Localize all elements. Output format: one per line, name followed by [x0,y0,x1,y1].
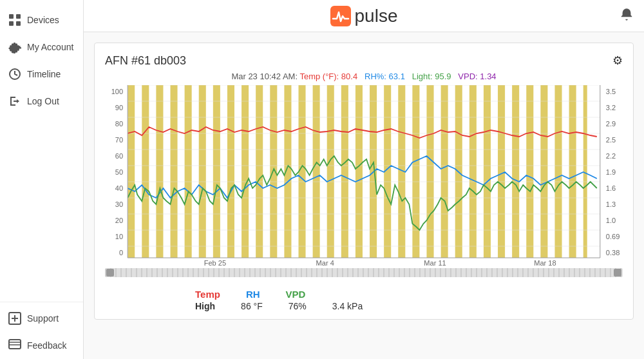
svg-rect-57 [441,85,448,258]
tooltip-temp-value: 80.4 [341,72,357,81]
svg-rect-0 [9,14,14,19]
svg-rect-45 [270,85,277,258]
tooltip-rh-value: 63.1 [389,72,405,81]
chart-card: AFN #61 db003 ⚙ Mar 23 10:42 AM: Temp (°… [94,43,634,320]
tooltip-vpd-label: VPD: [458,72,477,81]
chart-settings-button[interactable]: ⚙ [612,53,623,68]
svg-text:Mar 11: Mar 11 [424,259,446,266]
stat-header-vpd: VPD [286,289,306,300]
tooltip-rh-label: RH%: [365,72,386,81]
chat-box-icon [8,338,22,353]
chart-title: AFN #61 db003 [105,54,186,68]
chart-tooltip: Mar 23 10:42 AM: Temp (°F): 80.4 RH%: 63… [105,72,623,81]
stat-vpd-high: 3.4 kPa [332,301,363,311]
svg-rect-42 [227,85,234,258]
svg-rect-63 [526,85,533,258]
svg-text:20: 20 [115,217,123,224]
sidebar-label-devices: Devices [27,15,59,25]
chart-svg: 100 90 80 70 60 50 40 30 20 10 0 3.5 3.2… [105,85,623,266]
svg-rect-40 [199,85,206,258]
svg-text:70: 70 [115,136,123,144]
header: pulse [84,0,644,32]
svg-rect-38 [171,85,178,258]
svg-text:0: 0 [119,249,123,257]
svg-text:Mar 18: Mar 18 [534,259,556,266]
svg-rect-48 [313,85,320,258]
svg-rect-3 [16,21,21,26]
pulse-logo-icon [330,6,351,26]
sidebar-label-support: Support [27,313,59,324]
main-area: pulse AFN #61 db003 ⚙ Mar 23 10:42 AM: T… [84,0,644,359]
stat-col-temp: Temp [195,289,220,300]
svg-rect-44 [256,85,263,258]
stat-label-high: High [195,301,215,311]
stat-col-vpd: VPD [286,289,306,300]
svg-rect-1 [16,14,21,19]
tooltip-date: Mar 23 10:42 AM: [231,72,298,81]
svg-rect-66 [569,85,576,258]
tooltip-light-value: 95.9 [435,72,451,81]
svg-rect-50 [341,85,348,258]
svg-rect-65 [554,85,562,258]
svg-rect-67 [583,85,587,258]
logout-icon [8,94,22,108]
svg-text:0.69: 0.69 [606,233,620,240]
svg-text:50: 50 [115,168,123,176]
svg-rect-64 [540,85,547,258]
svg-rect-60 [484,85,491,258]
tooltip-temp-label: Temp (°F): [299,72,339,81]
svg-text:2.2: 2.2 [606,152,616,160]
svg-rect-47 [298,85,305,258]
chart-navigator[interactable] [105,268,623,277]
svg-text:80: 80 [115,120,123,128]
svg-rect-56 [426,85,433,258]
svg-text:1.3: 1.3 [606,200,616,208]
stat-rh-high-value: 76% [289,301,307,311]
sidebar-item-support[interactable]: Support [0,305,83,332]
chart-card-header: AFN #61 db003 ⚙ [105,53,623,68]
svg-rect-11 [330,6,351,26]
stat-row-high: High [195,301,215,311]
stat-temp-high: 86 °F [241,301,263,311]
gear-icon [8,40,22,54]
logo: pulse [330,6,398,26]
svg-text:10: 10 [115,233,123,240]
sidebar-label-log-out: Log Out [27,96,59,106]
svg-rect-51 [355,85,363,258]
sidebar-label-my-account: My Account [27,42,73,52]
svg-rect-2 [9,21,14,26]
svg-rect-8 [9,340,21,349]
svg-text:30: 30 [115,200,123,208]
plus-box-icon [8,311,22,325]
svg-rect-43 [242,85,249,258]
sidebar: Devices My Account Timeline Log Out [0,0,84,359]
sidebar-item-devices[interactable]: Devices [0,6,83,34]
sidebar-item-log-out[interactable]: Log Out [0,88,83,115]
grid-icon [8,13,22,27]
chart-area: 100 90 80 70 60 50 40 30 20 10 0 3.5 3.2… [105,85,623,266]
sidebar-bottom: Support Feedback [0,302,83,359]
sidebar-label-timeline: Timeline [27,69,61,79]
svg-text:0.38: 0.38 [606,249,620,257]
stat-header-temp: Temp [195,289,220,300]
svg-rect-35 [128,85,135,258]
svg-text:1.6: 1.6 [606,184,616,192]
svg-text:90: 90 [115,104,123,112]
svg-rect-36 [142,85,149,258]
logo-text: pulse [355,6,398,26]
svg-text:2.9: 2.9 [606,120,616,128]
stats-rows: High 86 °F 76% 3.4 kPa [105,300,623,311]
stat-temp-high-value: 86 °F [241,301,263,311]
tooltip-vpd-value: 1.34 [480,72,496,81]
stat-rh-high: 76% [289,301,307,311]
svg-text:40: 40 [115,184,123,192]
clock-icon [8,67,22,81]
svg-text:3.5: 3.5 [606,88,616,95]
bell-icon[interactable] [620,7,634,24]
sidebar-item-my-account[interactable]: My Account [0,34,83,61]
sidebar-item-timeline[interactable]: Timeline [0,61,83,88]
svg-text:60: 60 [115,152,123,160]
svg-text:100: 100 [111,88,123,95]
svg-text:Mar 4: Mar 4 [316,259,334,266]
sidebar-item-feedback[interactable]: Feedback [0,332,83,359]
